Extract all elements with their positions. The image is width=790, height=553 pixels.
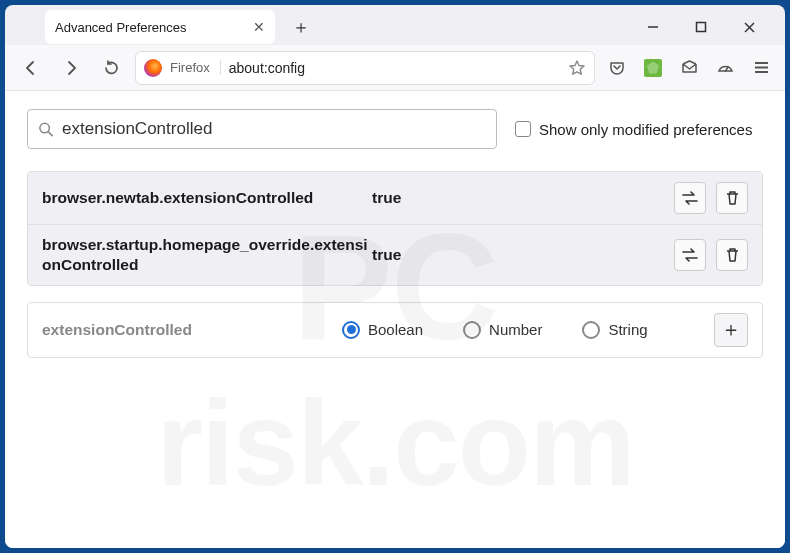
minimize-button[interactable] <box>641 15 665 39</box>
firefox-logo-icon <box>144 59 162 77</box>
radio-icon <box>342 321 360 339</box>
radio-number[interactable]: Number <box>463 321 542 339</box>
identity-label: Firefox <box>170 60 221 75</box>
back-button[interactable] <box>15 52 47 84</box>
pocket-icon[interactable] <box>603 54 631 82</box>
tab-strip: Advanced Preferences ✕ ＋ <box>5 5 785 45</box>
svg-line-9 <box>48 131 52 135</box>
pref-value: true <box>372 246 674 264</box>
pref-row: browser.newtab.extensionControlled true <box>28 172 762 224</box>
radio-boolean[interactable]: Boolean <box>342 321 423 339</box>
tab-title: Advanced Preferences <box>55 20 187 35</box>
delete-button[interactable] <box>716 239 748 271</box>
inbox-icon[interactable] <box>675 54 703 82</box>
forward-button[interactable] <box>55 52 87 84</box>
radio-string[interactable]: String <box>582 321 647 339</box>
pref-name: browser.newtab.extensionControlled <box>42 188 372 208</box>
radio-icon <box>582 321 600 339</box>
new-pref-row: extensionControlled Boolean Number Strin… <box>27 302 763 358</box>
search-icon <box>38 121 54 138</box>
new-pref-name: extensionControlled <box>42 321 332 339</box>
window-controls <box>641 15 777 39</box>
dashboard-icon[interactable] <box>711 54 739 82</box>
url-text: about:config <box>229 60 305 76</box>
bookmark-star-icon[interactable] <box>568 59 586 77</box>
close-tab-icon[interactable]: ✕ <box>253 19 265 35</box>
reload-button[interactable] <box>95 52 127 84</box>
maximize-button[interactable] <box>689 15 713 39</box>
extension-icon[interactable] <box>639 54 667 82</box>
show-modified-label: Show only modified preferences <box>539 121 752 138</box>
radio-icon <box>463 321 481 339</box>
config-search-row: Show only modified preferences <box>27 109 763 149</box>
config-search-input[interactable] <box>62 119 486 139</box>
preferences-list: browser.newtab.extensionControlled true … <box>27 171 763 286</box>
type-radio-group: Boolean Number String <box>342 321 704 339</box>
address-bar[interactable]: Firefox about:config <box>135 51 595 85</box>
radio-label: String <box>608 321 647 338</box>
toggle-button[interactable] <box>674 182 706 214</box>
new-tab-button[interactable]: ＋ <box>287 13 315 41</box>
nav-toolbar: Firefox about:config <box>5 45 785 91</box>
svg-rect-1 <box>697 23 706 32</box>
pref-row: browser.startup.homepage_override.extens… <box>28 224 762 285</box>
tab-advanced-preferences[interactable]: Advanced Preferences ✕ <box>45 10 275 44</box>
checkbox-icon[interactable] <box>515 121 531 137</box>
pref-value: true <box>372 189 674 207</box>
radio-label: Number <box>489 321 542 338</box>
radio-label: Boolean <box>368 321 423 338</box>
pref-name: browser.startup.homepage_override.extens… <box>42 235 372 275</box>
delete-button[interactable] <box>716 182 748 214</box>
add-pref-button[interactable]: ＋ <box>714 313 748 347</box>
app-menu-button[interactable] <box>747 54 775 82</box>
show-modified-toggle[interactable]: Show only modified preferences <box>515 121 752 138</box>
close-window-button[interactable] <box>737 15 761 39</box>
config-search-box[interactable] <box>27 109 497 149</box>
about-config-content: PCrisk.com Show only modified preference… <box>5 91 785 548</box>
browser-window: Advanced Preferences ✕ ＋ Fi <box>5 5 785 548</box>
toggle-button[interactable] <box>674 239 706 271</box>
